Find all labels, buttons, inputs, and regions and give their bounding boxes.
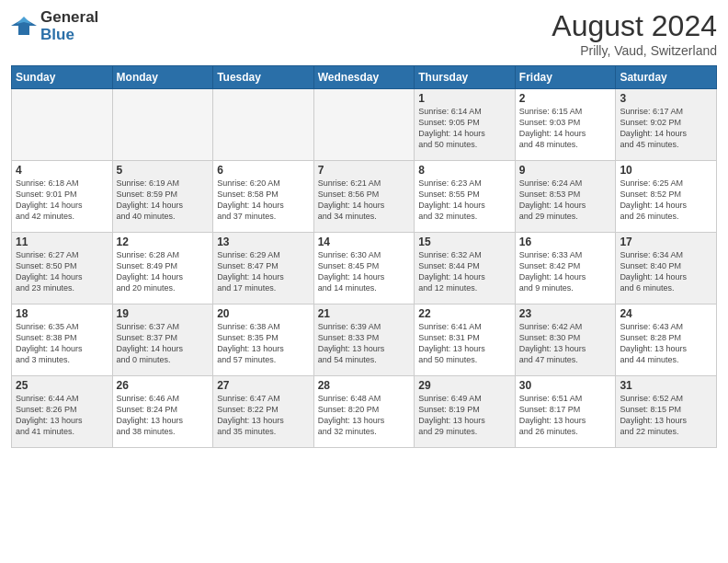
day-header-tuesday: Tuesday	[213, 66, 314, 89]
week-row-4: 18Sunrise: 6:35 AM Sunset: 8:38 PM Dayli…	[12, 304, 717, 376]
day-info: Sunrise: 6:14 AM Sunset: 9:05 PM Dayligh…	[418, 106, 511, 151]
day-header-friday: Friday	[515, 66, 616, 89]
day-info: Sunrise: 6:20 AM Sunset: 8:58 PM Dayligh…	[217, 178, 310, 223]
calendar-cell: 17Sunrise: 6:34 AM Sunset: 8:40 PM Dayli…	[616, 233, 717, 304]
day-number: 13	[217, 236, 310, 248]
day-number: 3	[620, 92, 712, 105]
calendar-cell: 2Sunrise: 6:15 AM Sunset: 9:03 PM Daylig…	[515, 89, 616, 161]
logo-icon	[11, 17, 37, 37]
week-row-3: 11Sunrise: 6:27 AM Sunset: 8:50 PM Dayli…	[12, 233, 717, 304]
day-info: Sunrise: 6:15 AM Sunset: 9:03 PM Dayligh…	[519, 106, 612, 151]
day-number: 11	[16, 236, 108, 248]
day-number: 31	[620, 379, 712, 392]
calendar-cell: 16Sunrise: 6:33 AM Sunset: 8:42 PM Dayli…	[515, 233, 616, 304]
day-number: 28	[318, 379, 411, 392]
week-row-1: 1Sunrise: 6:14 AM Sunset: 9:05 PM Daylig…	[12, 89, 717, 161]
day-number: 2	[519, 92, 612, 105]
calendar-cell: 9Sunrise: 6:24 AM Sunset: 8:53 PM Daylig…	[515, 161, 616, 233]
calendar-cell: 25Sunrise: 6:44 AM Sunset: 8:26 PM Dayli…	[12, 376, 113, 448]
month-title: August 2024	[552, 9, 717, 43]
calendar-cell: 7Sunrise: 6:21 AM Sunset: 8:56 PM Daylig…	[313, 161, 415, 233]
day-number: 19	[117, 307, 210, 320]
day-info: Sunrise: 6:46 AM Sunset: 8:24 PM Dayligh…	[117, 393, 210, 438]
calendar-cell: 19Sunrise: 6:37 AM Sunset: 8:37 PM Dayli…	[112, 304, 213, 376]
header: General Blue August 2024 Prilly, Vaud, S…	[11, 9, 717, 58]
day-number: 26	[117, 379, 210, 392]
page-container: General Blue August 2024 Prilly, Vaud, S…	[0, 0, 728, 455]
calendar-cell: 5Sunrise: 6:19 AM Sunset: 8:59 PM Daylig…	[112, 161, 213, 233]
day-info: Sunrise: 6:32 AM Sunset: 8:44 PM Dayligh…	[418, 249, 511, 294]
day-info: Sunrise: 6:23 AM Sunset: 8:55 PM Dayligh…	[418, 178, 511, 223]
calendar-cell: 6Sunrise: 6:20 AM Sunset: 8:58 PM Daylig…	[213, 161, 314, 233]
calendar-cell: 28Sunrise: 6:48 AM Sunset: 8:20 PM Dayli…	[313, 376, 415, 448]
calendar-cell: 3Sunrise: 6:17 AM Sunset: 9:02 PM Daylig…	[616, 89, 717, 161]
week-row-2: 4Sunrise: 6:18 AM Sunset: 9:01 PM Daylig…	[12, 161, 717, 233]
calendar-cell: 14Sunrise: 6:30 AM Sunset: 8:45 PM Dayli…	[313, 233, 415, 304]
day-number: 25	[16, 379, 108, 392]
location: Prilly, Vaud, Switzerland	[552, 43, 717, 58]
calendar-cell: 8Sunrise: 6:23 AM Sunset: 8:55 PM Daylig…	[415, 161, 516, 233]
day-info: Sunrise: 6:43 AM Sunset: 8:28 PM Dayligh…	[620, 321, 712, 366]
calendar-cell: 4Sunrise: 6:18 AM Sunset: 9:01 PM Daylig…	[12, 161, 113, 233]
day-info: Sunrise: 6:37 AM Sunset: 8:37 PM Dayligh…	[117, 321, 210, 366]
day-number: 22	[418, 307, 511, 320]
day-number: 27	[217, 379, 310, 392]
calendar-table: SundayMondayTuesdayWednesdayThursdayFrid…	[11, 65, 717, 448]
day-header-monday: Monday	[112, 66, 213, 89]
day-info: Sunrise: 6:24 AM Sunset: 8:53 PM Dayligh…	[519, 178, 612, 223]
day-info: Sunrise: 6:34 AM Sunset: 8:40 PM Dayligh…	[620, 249, 712, 294]
day-info: Sunrise: 6:39 AM Sunset: 8:33 PM Dayligh…	[318, 321, 411, 366]
logo-line2: Blue	[40, 27, 98, 44]
calendar-cell: 21Sunrise: 6:39 AM Sunset: 8:33 PM Dayli…	[313, 304, 415, 376]
calendar-cell	[12, 89, 113, 161]
header-row: SundayMondayTuesdayWednesdayThursdayFrid…	[12, 66, 717, 89]
day-header-sunday: Sunday	[12, 66, 113, 89]
day-info: Sunrise: 6:48 AM Sunset: 8:20 PM Dayligh…	[318, 393, 411, 438]
day-number: 12	[117, 236, 210, 248]
day-header-wednesday: Wednesday	[313, 66, 415, 89]
day-number: 14	[318, 236, 411, 248]
calendar-cell: 23Sunrise: 6:42 AM Sunset: 8:30 PM Dayli…	[515, 304, 616, 376]
day-header-thursday: Thursday	[415, 66, 516, 89]
day-info: Sunrise: 6:21 AM Sunset: 8:56 PM Dayligh…	[318, 178, 411, 223]
day-info: Sunrise: 6:49 AM Sunset: 8:19 PM Dayligh…	[418, 393, 511, 438]
day-info: Sunrise: 6:51 AM Sunset: 8:17 PM Dayligh…	[519, 393, 612, 438]
day-info: Sunrise: 6:30 AM Sunset: 8:45 PM Dayligh…	[318, 249, 411, 294]
day-number: 17	[620, 236, 712, 248]
day-number: 15	[418, 236, 511, 248]
day-info: Sunrise: 6:38 AM Sunset: 8:35 PM Dayligh…	[217, 321, 310, 366]
logo: General Blue	[11, 9, 98, 43]
day-number: 20	[217, 307, 310, 320]
day-info: Sunrise: 6:29 AM Sunset: 8:47 PM Dayligh…	[217, 249, 310, 294]
day-number: 29	[418, 379, 511, 392]
day-header-saturday: Saturday	[616, 66, 717, 89]
day-number: 1	[418, 92, 511, 105]
day-number: 4	[16, 164, 108, 177]
day-info: Sunrise: 6:33 AM Sunset: 8:42 PM Dayligh…	[519, 249, 612, 294]
day-info: Sunrise: 6:19 AM Sunset: 8:59 PM Dayligh…	[117, 178, 210, 223]
calendar-cell: 20Sunrise: 6:38 AM Sunset: 8:35 PM Dayli…	[213, 304, 314, 376]
calendar-cell: 31Sunrise: 6:52 AM Sunset: 8:15 PM Dayli…	[616, 376, 717, 448]
calendar-cell: 26Sunrise: 6:46 AM Sunset: 8:24 PM Dayli…	[112, 376, 213, 448]
day-number: 7	[318, 164, 411, 177]
day-info: Sunrise: 6:28 AM Sunset: 8:49 PM Dayligh…	[117, 249, 210, 294]
calendar-cell: 1Sunrise: 6:14 AM Sunset: 9:05 PM Daylig…	[415, 89, 516, 161]
day-number: 23	[519, 307, 612, 320]
calendar-cell	[213, 89, 314, 161]
week-row-5: 25Sunrise: 6:44 AM Sunset: 8:26 PM Dayli…	[12, 376, 717, 448]
calendar-cell: 22Sunrise: 6:41 AM Sunset: 8:31 PM Dayli…	[415, 304, 516, 376]
day-info: Sunrise: 6:41 AM Sunset: 8:31 PM Dayligh…	[418, 321, 511, 366]
day-info: Sunrise: 6:52 AM Sunset: 8:15 PM Dayligh…	[620, 393, 712, 438]
day-info: Sunrise: 6:25 AM Sunset: 8:52 PM Dayligh…	[620, 178, 712, 223]
day-number: 21	[318, 307, 411, 320]
logo-line1: General	[40, 9, 98, 27]
day-number: 30	[519, 379, 612, 392]
calendar-cell: 27Sunrise: 6:47 AM Sunset: 8:22 PM Dayli…	[213, 376, 314, 448]
day-info: Sunrise: 6:42 AM Sunset: 8:30 PM Dayligh…	[519, 321, 612, 366]
calendar-cell: 18Sunrise: 6:35 AM Sunset: 8:38 PM Dayli…	[12, 304, 113, 376]
calendar-cell: 12Sunrise: 6:28 AM Sunset: 8:49 PM Dayli…	[112, 233, 213, 304]
day-info: Sunrise: 6:27 AM Sunset: 8:50 PM Dayligh…	[16, 249, 108, 294]
day-number: 5	[117, 164, 210, 177]
title-block: August 2024 Prilly, Vaud, Switzerland	[552, 9, 717, 58]
calendar-cell: 15Sunrise: 6:32 AM Sunset: 8:44 PM Dayli…	[415, 233, 516, 304]
